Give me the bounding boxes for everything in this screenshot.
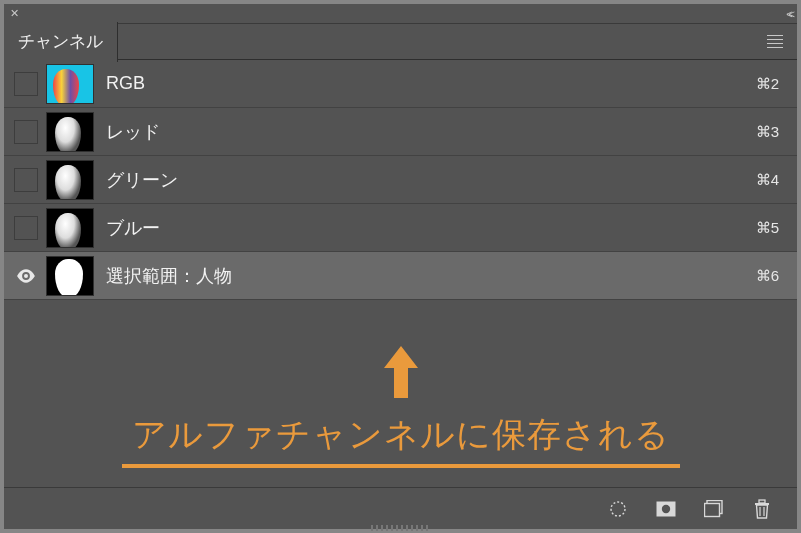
load-selection-icon[interactable] — [607, 498, 629, 520]
channel-shortcut: ⌘4 — [756, 171, 779, 189]
panel-topbar: ✕ << — [4, 4, 797, 24]
channel-shortcut: ⌘3 — [756, 123, 779, 141]
channel-row-alpha[interactable]: 選択範囲：人物 ⌘6 — [4, 252, 797, 300]
arrow-up-icon — [4, 346, 797, 398]
svg-rect-11 — [759, 500, 765, 503]
visibility-toggle[interactable] — [14, 72, 38, 96]
channel-name: レッド — [106, 120, 756, 144]
channel-shortcut: ⌘5 — [756, 219, 779, 237]
channel-row-blue[interactable]: ブルー ⌘5 — [4, 204, 797, 252]
channel-thumbnail — [46, 112, 94, 152]
channel-shortcut: ⌘6 — [756, 267, 779, 285]
annotation-text: アルファチャンネルに保存される — [122, 412, 680, 468]
svg-rect-9 — [705, 503, 720, 516]
channel-row-red[interactable]: レッド ⌘3 — [4, 108, 797, 156]
channel-name: RGB — [106, 73, 756, 94]
panel-tab-row: チャンネル — [4, 24, 797, 60]
channel-thumbnail — [46, 208, 94, 248]
close-icon[interactable]: ✕ — [10, 7, 19, 20]
collapse-icon[interactable]: << — [786, 8, 791, 20]
channels-panel: ✕ << チャンネル RGB ⌘2 レッド ⌘3 — [0, 0, 801, 533]
channel-row-green[interactable]: グリーン ⌘4 — [4, 156, 797, 204]
panel-menu-icon[interactable] — [763, 31, 787, 52]
channel-shortcut: ⌘2 — [756, 75, 779, 93]
svg-point-4 — [24, 274, 28, 278]
channel-name: 選択範囲：人物 — [106, 264, 756, 288]
channel-thumbnail — [46, 64, 94, 104]
save-selection-icon[interactable] — [655, 498, 677, 520]
channel-row-rgb[interactable]: RGB ⌘2 — [4, 60, 797, 108]
svg-point-7 — [662, 504, 670, 512]
resize-handle[interactable] — [371, 525, 431, 531]
visibility-toggle[interactable] — [14, 168, 38, 192]
tab-channels[interactable]: チャンネル — [4, 22, 118, 62]
channel-thumbnail — [46, 160, 94, 200]
visibility-toggle[interactable] — [14, 264, 38, 288]
delete-channel-icon[interactable] — [751, 498, 773, 520]
panel-bottom-bar — [4, 487, 797, 529]
channel-name: ブルー — [106, 216, 756, 240]
annotation: アルファチャンネルに保存される — [4, 346, 797, 468]
channel-thumbnail — [46, 256, 94, 296]
visibility-toggle[interactable] — [14, 216, 38, 240]
channel-list: RGB ⌘2 レッド ⌘3 グリーン ⌘4 ブルー ⌘5 — [4, 60, 797, 300]
new-channel-icon[interactable] — [703, 498, 725, 520]
svg-point-5 — [611, 502, 625, 516]
visibility-toggle[interactable] — [14, 120, 38, 144]
channel-name: グリーン — [106, 168, 756, 192]
